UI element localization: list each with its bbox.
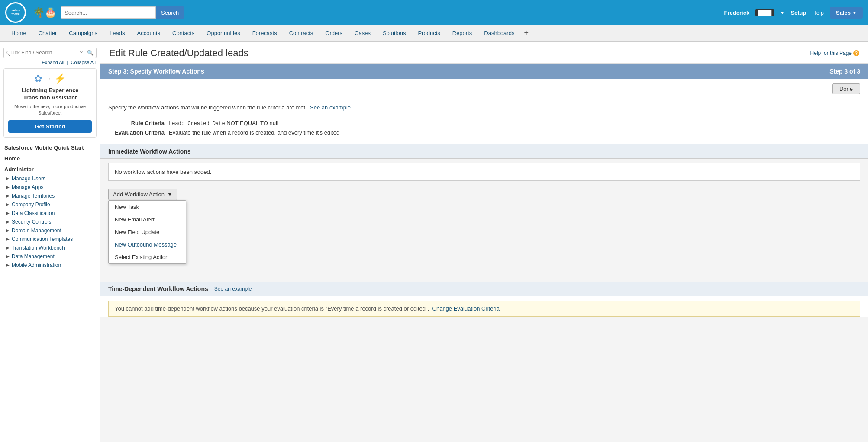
warning-box: You cannot add time-dependent workflow a… xyxy=(108,301,860,317)
nav-item-contacts[interactable]: Contacts xyxy=(166,26,200,40)
step-header: Step 3: Specify Workflow Actions Step 3 … xyxy=(100,64,868,79)
triangle-icon: ▶ xyxy=(6,202,10,207)
dropdown-item-select-existing-action[interactable]: Select Existing Action xyxy=(109,251,186,263)
nav-item-products[interactable]: Products xyxy=(412,26,446,40)
sidebar-administer-label: Administer xyxy=(0,163,100,174)
sidebar-link-manage-territories[interactable]: Manage Territories xyxy=(12,193,55,199)
content-area: Edit Rule Created/Updated leads Help for… xyxy=(100,42,868,442)
collapse-all-link[interactable]: Collapse All xyxy=(71,60,96,65)
dropdown-item-new-task[interactable]: New Task xyxy=(109,201,186,213)
app-switcher-button[interactable]: Sales ▼ xyxy=(830,7,863,19)
sidebar-item-manage-apps[interactable]: ▶ Manage Apps xyxy=(0,183,100,192)
sidebar-item-domain-management[interactable]: ▶ Domain Management xyxy=(0,226,100,235)
sidebar: ? 🔍 Expand All | Collapse All ✿ → ⚡ Ligh… xyxy=(0,42,100,442)
search-input[interactable] xyxy=(61,6,156,19)
sidebar-link-data-management[interactable]: Data Management xyxy=(12,253,55,259)
triangle-icon: ▶ xyxy=(6,185,10,189)
nav-item-contracts[interactable]: Contracts xyxy=(283,26,319,40)
sidebar-item-security-controls[interactable]: ▶ Security Controls xyxy=(0,218,100,226)
sidebar-item-translation-workbench[interactable]: ▶ Translation Workbench xyxy=(0,243,100,252)
sidebar-search-icon[interactable]: 🔍 xyxy=(84,48,96,58)
page-title: Edit Rule Created/Updated leads xyxy=(109,48,248,59)
triangle-icon: ▶ xyxy=(6,254,10,259)
step-header-title: Step 3: Specify Workflow Actions xyxy=(108,68,204,75)
see-example-link-2[interactable]: See an example xyxy=(214,286,252,292)
rule-criteria-value: Lead: Created Date NOT EQUAL TO null xyxy=(169,120,278,127)
user-name: Frederick xyxy=(724,10,750,16)
dropdown-item-new-email-alert[interactable]: New Email Alert xyxy=(109,213,186,226)
triangle-icon: ▶ xyxy=(6,176,10,181)
nav-item-cases[interactable]: Cases xyxy=(348,26,377,40)
nav-item-solutions[interactable]: Solutions xyxy=(377,26,412,40)
nav-item-forecasts[interactable]: Forecasts xyxy=(246,26,283,40)
triangle-icon: ▶ xyxy=(6,193,10,198)
sidebar-link-company-profile[interactable]: Company Profile xyxy=(12,202,50,208)
sidebar-item-data-management[interactable]: ▶ Data Management xyxy=(0,252,100,261)
nav-item-opportunities[interactable]: Opportunities xyxy=(200,26,246,40)
nav-item-chatter[interactable]: Chatter xyxy=(32,26,63,40)
sidebar-search-input[interactable] xyxy=(4,48,78,58)
help-link-header[interactable]: Help xyxy=(812,10,824,16)
dropdown-item-new-outbound-message[interactable]: New Outbound Message xyxy=(109,238,186,251)
sidebar-item-communication-templates[interactable]: ▶ Communication Templates xyxy=(0,235,100,243)
sidebar-search-container: ? 🔍 xyxy=(3,48,97,58)
add-workflow-dropdown-container: Add Workflow Action ▼ New Task New Email… xyxy=(108,189,177,200)
sidebar-link-translation-workbench[interactable]: Translation Workbench xyxy=(12,245,65,251)
nav-bar: Home Chatter Campaigns Leads Accounts Co… xyxy=(0,25,868,42)
help-for-page-link[interactable]: Help for this Page ? xyxy=(810,50,859,56)
time-dependent-section: Time-Dependent Workflow Actions See an e… xyxy=(100,282,868,317)
nav-item-leads[interactable]: Leads xyxy=(103,26,131,40)
search-button[interactable]: Search xyxy=(156,6,184,19)
expand-all-link[interactable]: Expand All xyxy=(42,60,64,65)
nav-item-orders[interactable]: Orders xyxy=(319,26,348,40)
sidebar-mobile-quick-start: Salesforce Mobile Quick Start xyxy=(0,142,100,153)
done-button[interactable]: Done xyxy=(832,83,860,94)
nav-item-accounts[interactable]: Accounts xyxy=(131,26,166,40)
help-icon: ? xyxy=(853,50,859,56)
evaluation-criteria-row: Evaluation Criteria Evaluate the rule wh… xyxy=(108,129,860,136)
immediate-actions-header: Immediate Workflow Actions xyxy=(100,144,868,159)
sidebar-link-mobile-administration[interactable]: Mobile Administration xyxy=(12,262,61,268)
sidebar-link-data-classification[interactable]: Data Classification xyxy=(12,210,55,216)
nav-more-button[interactable]: + xyxy=(520,29,532,38)
change-evaluation-criteria-link[interactable]: Change Evaluation Criteria xyxy=(432,305,500,312)
add-workflow-arrow: ▼ xyxy=(167,191,173,198)
setup-link[interactable]: Setup xyxy=(791,10,806,16)
sidebar-link-manage-apps[interactable]: Manage Apps xyxy=(12,184,43,190)
user-dropdown-arrow[interactable]: ▼ xyxy=(780,10,784,15)
mascot-icons: 🌴🎂 xyxy=(33,7,56,18)
sidebar-link-domain-management[interactable]: Domain Management xyxy=(12,227,61,234)
warning-text: You cannot add time-dependent workflow a… xyxy=(115,305,500,312)
description-section: Specify the workflow actions that will b… xyxy=(100,99,868,116)
sidebar-item-manage-users[interactable]: ▶ Manage Users xyxy=(0,174,100,183)
assistant-title: Lightning Experience Transition Assistan… xyxy=(8,87,92,102)
time-dependent-title: Time-Dependent Workflow Actions xyxy=(108,285,208,292)
nav-item-dashboards[interactable]: Dashboards xyxy=(478,26,520,40)
sidebar-item-mobile-administration[interactable]: ▶ Mobile Administration xyxy=(0,261,100,269)
search-bar: Search xyxy=(61,6,184,19)
sidebar-home-label: Home xyxy=(0,153,100,163)
assistant-icons: ✿ → ⚡ xyxy=(8,73,92,84)
app-name: Sales xyxy=(836,10,851,16)
triangle-icon: ▶ xyxy=(6,211,10,215)
sidebar-item-manage-territories[interactable]: ▶ Manage Territories xyxy=(0,192,100,200)
nav-item-campaigns[interactable]: Campaigns xyxy=(63,26,103,40)
get-started-button[interactable]: Get Started xyxy=(8,120,92,133)
nav-item-reports[interactable]: Reports xyxy=(446,26,478,40)
user-org: ████ xyxy=(755,9,774,16)
sidebar-search-help-icon[interactable]: ? xyxy=(78,48,84,58)
sidebar-item-data-classification[interactable]: ▶ Data Classification xyxy=(0,209,100,218)
triangle-icon: ▶ xyxy=(6,237,10,241)
nav-item-home[interactable]: Home xyxy=(5,26,32,40)
see-example-link[interactable]: See an example xyxy=(310,104,351,111)
add-workflow-button[interactable]: Add Workflow Action ▼ xyxy=(108,189,177,200)
sidebar-link-security-controls[interactable]: Security Controls xyxy=(12,219,51,225)
lightning-icon: ⚡ xyxy=(54,73,66,84)
top-header: salesforce 🌴🎂 Search Frederick ████ ▼ Se… xyxy=(0,0,868,25)
sidebar-link-manage-users[interactable]: Manage Users xyxy=(12,176,45,182)
sidebar-item-company-profile[interactable]: ▶ Company Profile xyxy=(0,200,100,209)
time-dependent-header: Time-Dependent Workflow Actions See an e… xyxy=(100,282,868,296)
dropdown-item-new-field-update[interactable]: New Field Update xyxy=(109,226,186,238)
sidebar-link-communication-templates[interactable]: Communication Templates xyxy=(12,236,73,242)
help-link-text: Help for this Page xyxy=(810,50,852,56)
